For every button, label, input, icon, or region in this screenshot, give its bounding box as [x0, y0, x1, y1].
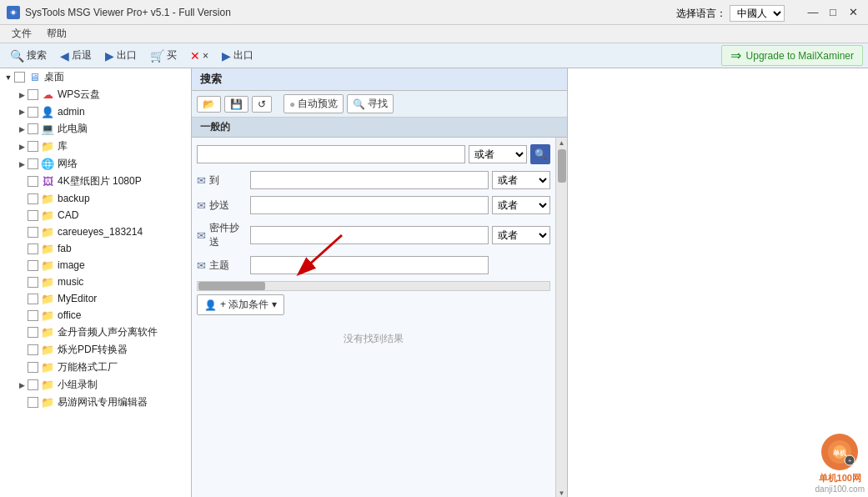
search-refresh-btn[interactable]: ↺	[252, 96, 272, 113]
check-wps[interactable]	[28, 89, 38, 100]
check-wallpaper[interactable]	[28, 176, 38, 187]
tree-item-backup[interactable]: ▶ 📁 backup	[0, 190, 191, 207]
close-button[interactable]: ✕	[845, 4, 861, 21]
check-careyes[interactable]	[28, 227, 38, 238]
menu-file[interactable]: 文件	[5, 25, 38, 43]
office-icon: 📁	[41, 309, 54, 322]
tree-item-yiyou[interactable]: ▶ 📁 易游网讯专用编辑器	[0, 394, 191, 411]
scrollbar-down-arrow[interactable]: ▼	[559, 489, 565, 497]
check-myeditor[interactable]	[28, 294, 38, 304]
check-yuelight[interactable]	[28, 344, 38, 355]
menu-help[interactable]: 帮助	[40, 25, 73, 43]
title-bar: SysTools MSG Viewer Pro+ v5.1 - Full Ver…	[0, 0, 868, 25]
cc-select[interactable]: 或者	[492, 196, 550, 214]
check-backup[interactable]	[28, 193, 38, 204]
expand-icon-admin: ▶	[17, 107, 27, 117]
search-go-icon: 🔍	[534, 148, 547, 160]
tree-item-jindanjf[interactable]: ▶ 📁 金丹音频人声分离软件	[0, 324, 191, 341]
main-search-input[interactable]	[197, 145, 465, 163]
bcc-select[interactable]: 或者	[492, 226, 550, 244]
check-xiaozu[interactable]	[28, 379, 38, 390]
myeditor-icon: 📁	[41, 292, 54, 305]
search-go-button[interactable]: 🔍	[530, 144, 550, 164]
check-office[interactable]	[28, 310, 38, 321]
check-image[interactable]	[28, 260, 38, 271]
tree-item-admin[interactable]: ▶ 👤 admin	[0, 103, 191, 120]
tree-item-network[interactable]: ▶ 🌐 网络	[0, 155, 191, 173]
tree-item-careyes[interactable]: ▶ 📁 careueyes_183214	[0, 223, 191, 240]
tree-item-music[interactable]: ▶ 📁 music	[0, 274, 191, 290]
search-save-btn[interactable]: 💾	[224, 96, 248, 113]
tree-label-image: image	[58, 259, 85, 271]
tree-item-yuelight[interactable]: ▶ 📁 烁光PDF转换器	[0, 341, 191, 359]
yiyou-icon: 📁	[41, 396, 54, 409]
check-music[interactable]	[28, 277, 38, 288]
add-condition-button[interactable]: 👤 + 添加条件 ▾	[197, 294, 284, 315]
main-search-select[interactable]: 或者	[469, 145, 527, 163]
hscroll-thumb[interactable]	[198, 282, 265, 290]
find-label: 寻找	[368, 97, 388, 111]
tree-item-fab[interactable]: ▶ 📁 fab	[0, 240, 191, 257]
expand-icon-library: ▶	[17, 142, 27, 152]
no-results-text: 没有找到结果	[197, 315, 550, 363]
toolbar-back[interactable]: ◀ 后退	[55, 47, 97, 64]
tree-label-yuelight: 烁光PDF转换器	[58, 343, 128, 357]
check-jindanjf[interactable]	[28, 327, 38, 338]
cc-input[interactable]	[250, 196, 489, 214]
tree-item-wps[interactable]: ▶ ☁ WPS云盘	[0, 86, 191, 103]
check-thispc[interactable]	[28, 123, 38, 134]
toolbar-buy[interactable]: 🛒 买	[145, 47, 182, 64]
language-label: 选择语言：	[676, 7, 726, 21]
check-desktop[interactable]	[14, 72, 25, 83]
language-select[interactable]: 中國人	[730, 5, 785, 22]
horizontal-scrollbar[interactable]	[197, 281, 550, 291]
library-icon: 📁	[41, 140, 54, 153]
tree-item-myeditor[interactable]: ▶ 📁 MyEditor	[0, 290, 191, 307]
tree-item-desktop[interactable]: ▼ 🖥 桌面	[0, 68, 191, 86]
to-select[interactable]: 或者	[492, 171, 550, 189]
tree-item-library[interactable]: ▶ 📁 库	[0, 138, 191, 155]
scrollbar-thumb[interactable]	[558, 149, 566, 183]
minimize-button[interactable]: —	[805, 4, 821, 21]
tree-item-wallpaper[interactable]: ▶ 🖼 4K壁纸图片 1080P	[0, 173, 191, 190]
bcc-label: ✉ 密件抄送	[197, 221, 247, 249]
toolbar-search[interactable]: 🔍 搜索	[5, 47, 52, 64]
tree-item-waneng[interactable]: ▶ 📁 万能格式工厂	[0, 359, 191, 376]
wps-icon: ☁	[41, 88, 54, 102]
toolbar-export2[interactable]: ▶ 出口	[217, 47, 258, 64]
search-form-area: 或者 🔍 ✉ 到 或者	[192, 138, 567, 497]
first-search-row: 或者 🔍	[197, 144, 550, 164]
tree-item-cad[interactable]: ▶ 📁 CAD	[0, 207, 191, 223]
expand-icon-desktop: ▼	[3, 73, 13, 83]
check-admin[interactable]	[28, 107, 38, 118]
search-row-bcc: ✉ 密件抄送 或者	[197, 221, 550, 249]
tree-item-office[interactable]: ▶ 📁 office	[0, 307, 191, 324]
search-find-btn[interactable]: 🔍 寻找	[347, 94, 394, 113]
search-open-btn[interactable]: 📂	[197, 96, 221, 113]
upgrade-label: Upgrade to MailXaminer	[746, 50, 854, 62]
tree-label-xiaozu: 小组录制	[58, 378, 98, 392]
search-autopreview-btn[interactable]: ● 自动预览	[283, 94, 344, 113]
yuelight-icon: 📁	[41, 344, 54, 357]
maximize-button[interactable]: □	[825, 4, 841, 21]
check-network[interactable]	[28, 158, 38, 169]
tree-item-image[interactable]: ▶ 📁 image	[0, 257, 191, 274]
check-cad[interactable]	[28, 210, 38, 221]
tree-item-thispc[interactable]: ▶ 💻 此电脑	[0, 120, 191, 138]
subject-input[interactable]	[250, 256, 489, 274]
check-waneng[interactable]	[28, 362, 38, 373]
tree-label-cad: CAD	[58, 209, 78, 221]
expand-icon-network: ▶	[17, 159, 27, 169]
bcc-input[interactable]	[250, 226, 489, 244]
toolbar-export1[interactable]: ▶ 出口	[100, 47, 142, 64]
vertical-scrollbar[interactable]: ▲ ▼	[555, 138, 567, 497]
scrollbar-up-arrow[interactable]: ▲	[559, 139, 565, 147]
check-library[interactable]	[28, 141, 38, 152]
to-input[interactable]	[250, 171, 489, 189]
check-yiyou[interactable]	[28, 397, 38, 408]
check-fab[interactable]	[28, 243, 38, 254]
tree-item-xiaozu[interactable]: ▶ 📁 小组录制	[0, 376, 191, 394]
toolbar-close-x[interactable]: ✕ ×	[185, 48, 213, 64]
upgrade-banner[interactable]: ⇒ Upgrade to MailXaminer	[721, 45, 863, 66]
title-bar-left: SysTools MSG Viewer Pro+ v5.1 - Full Ver…	[7, 6, 231, 19]
